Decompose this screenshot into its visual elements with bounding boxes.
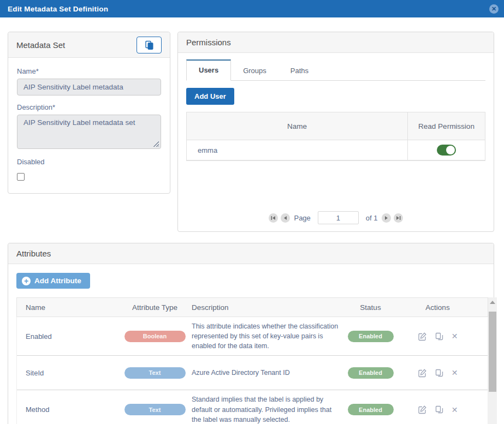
column-attribute-type: Attribute Type [118,303,192,312]
permissions-tabs: Users Groups Paths [186,59,485,81]
attribute-description: This attribute indicates whether the cla… [192,321,345,351]
description-value: AIP Sensitivity Label metadata set [23,118,135,127]
metadata-set-header: Metadata Set [8,32,170,58]
attribute-name: Method [17,405,118,414]
delete-icon[interactable]: ✕ [452,406,458,414]
attribute-description: Standard implies that the label is appli… [192,395,345,424]
add-attribute-label: Add Attribute [34,277,81,285]
permissions-header: Permissions [178,32,494,53]
delete-icon[interactable]: ✕ [452,369,458,377]
next-page-button[interactable] [382,213,391,223]
name-label: Name* [17,67,161,75]
permissions-table-header: Name Read Permission [187,112,485,140]
add-attribute-button[interactable]: + Add Attribute [16,273,90,289]
permissions-tab[interactable]: Paths [278,61,321,81]
copy-icon[interactable] [435,369,443,377]
column-name: Name [187,112,407,140]
dialog-title: Edit Metadata Set Definition [8,5,108,13]
permissions-title: Permissions [186,38,231,47]
pagination: Page 1 of 1 [178,211,494,224]
edit-icon[interactable] [418,405,427,414]
scroll-up-icon[interactable] [488,297,497,307]
attribute-type-badge: Boolean [124,331,186,342]
status-badge: Enabled [348,367,394,379]
permissions-table-rows: emma [187,140,485,160]
column-name: Name [17,303,118,312]
permissions-tab[interactable]: Users [186,59,231,81]
copy-icon [145,40,154,50]
page-of-label: of 1 [366,214,378,222]
permission-row: emma [187,140,485,160]
user-name: emma [187,140,407,160]
attributes-table: Name Attribute Type Description Status A… [16,297,488,424]
edit-icon[interactable] [418,332,427,341]
resize-handle[interactable] [153,141,159,147]
attribute-type-badge: Text [124,404,186,415]
copy-metadata-set-button[interactable] [137,37,162,53]
attributes-title: Attributes [16,249,51,258]
page-number-input[interactable]: 1 [318,211,359,224]
attribute-row: Method Text Standard implies that the la… [17,390,488,424]
attribute-row: SiteId Text Azure Active Directory Tenan… [17,356,488,390]
attribute-name: Enabled [17,332,118,341]
status-badge: Enabled [348,404,394,415]
toggle-knob [446,146,455,154]
page-label: Page [294,214,310,222]
column-status: Status [345,303,396,312]
permissions-panel: Permissions Users Groups Paths Add User … [177,32,494,232]
attribute-row: Enabled Boolean This attribute indicates… [17,317,488,356]
scrollbar-thumb[interactable] [489,312,496,392]
plus-icon: + [22,277,31,285]
attributes-table-header: Name Attribute Type Description Status A… [16,297,488,317]
metadata-set-title: Metadata Set [16,40,65,50]
copy-icon[interactable] [435,405,443,414]
attribute-name: SiteId [17,369,118,377]
description-label: Description* [17,103,161,111]
attributes-body: + Add Attribute Name Attribute Type Desc… [8,264,494,424]
read-permission-toggle[interactable] [437,145,456,156]
dialog-titlebar: Edit Metadata Set Definition ✕ [0,0,504,17]
first-page-button[interactable] [269,213,278,223]
attribute-type-badge: Text [124,367,186,379]
metadata-set-panel: Metadata Set Name* AIP Sensitivity Label… [8,32,170,194]
close-icon[interactable]: ✕ [489,4,499,14]
edit-icon[interactable] [418,368,427,378]
attributes-table-rows: Enabled Boolean This attribute indicates… [16,317,488,424]
permissions-body: Users Groups Paths Add User Name Read Pe… [178,53,494,231]
column-read-permission: Read Permission [407,112,485,140]
add-user-button[interactable]: Add User [186,88,234,105]
permissions-tab[interactable]: Groups [231,61,278,81]
disabled-checkbox[interactable] [17,173,25,181]
description-field[interactable]: AIP Sensitivity Label metadata set [17,115,161,149]
column-actions: Actions [396,303,479,312]
last-page-button[interactable] [394,213,403,223]
permissions-table: Name Read Permission emma [186,112,485,161]
metadata-set-body: Name* AIP Sensitivity Label metadata Des… [8,58,170,190]
attribute-description: Azure Active Directory Tenant ID [192,368,345,378]
vertical-scrollbar[interactable] [488,297,497,424]
delete-icon[interactable]: ✕ [452,332,458,340]
previous-page-button[interactable] [281,213,290,223]
attributes-panel: Attributes + Add Attribute Name Attribut… [8,243,494,424]
attributes-header: Attributes [8,243,494,264]
column-description: Description [192,303,345,312]
copy-icon[interactable] [435,332,443,341]
name-field[interactable]: AIP Sensitivity Label metadata [17,79,161,95]
disabled-label: Disabled [17,158,161,166]
status-badge: Enabled [348,331,394,342]
